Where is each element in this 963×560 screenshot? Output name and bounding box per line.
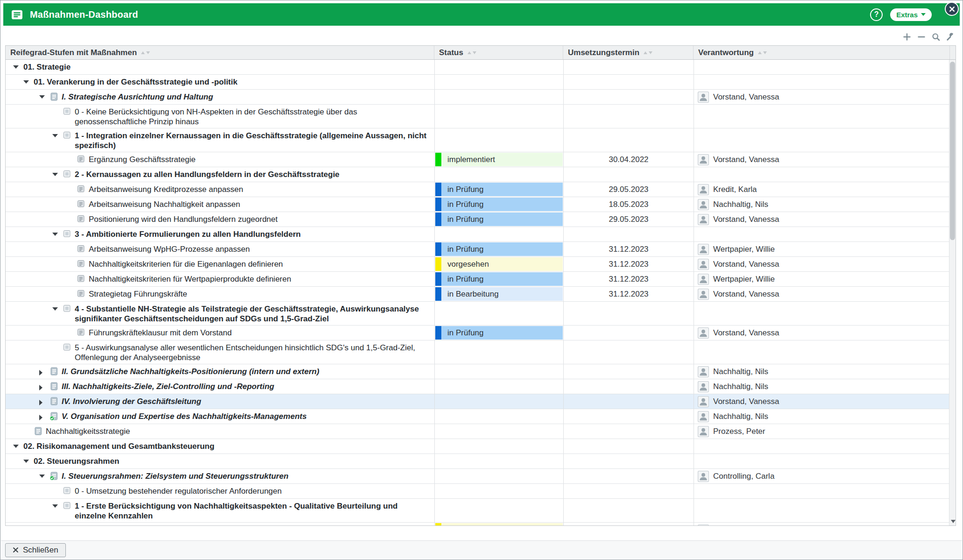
sort-icons[interactable] (467, 51, 476, 54)
scroll-down-icon[interactable] (951, 520, 956, 523)
expand-arrow[interactable] (52, 134, 63, 137)
close-button[interactable]: Schließen (5, 543, 66, 557)
sort-icons[interactable] (141, 51, 150, 54)
column-header-umsetzungstermin[interactable]: Umsetzungstermin (563, 46, 694, 59)
table-row[interactable]: Arbeitsanweisung Nachhaltigkeit anpassen… (6, 197, 950, 212)
expand-arrow[interactable] (39, 370, 50, 376)
avatar (698, 184, 709, 195)
due-date (563, 75, 694, 89)
sort-icons[interactable] (644, 51, 652, 54)
tree-cell: 0 - Keine Berücksichtigung von NH-Aspekt… (6, 105, 434, 128)
status-cell (434, 409, 563, 424)
owner-name: Vorstand, Vanessa (713, 328, 779, 338)
scrollbar-thumb[interactable] (950, 62, 955, 240)
table-row[interactable]: 01. Strategie (6, 60, 950, 75)
tree-cell: Führungskräfteklausur mit dem Vorstand (6, 326, 434, 340)
owner-cell: Wertpapier, Willie (694, 242, 950, 256)
expand-arrow[interactable] (13, 65, 23, 69)
table-row[interactable]: 5 - Auswirkungsanalyse aller wesentliche… (6, 340, 950, 364)
owner-cell: Nachhaltig, Nils (694, 379, 950, 394)
status-color-bar (435, 183, 441, 196)
table-row[interactable]: Nachhaltigkeitskriterien für die Eigenan… (6, 257, 950, 272)
table-row[interactable]: 0 - Keine Berücksichtigung von NH-Aspekt… (6, 105, 950, 128)
table-row[interactable]: 2 - Kernaussagen zu allen Handlungsfelde… (6, 167, 950, 182)
table-row[interactable]: Nachhaltigkeitskriterien für Wertpapierp… (6, 272, 950, 287)
expand-arrow[interactable] (39, 475, 50, 478)
measure-icon (77, 289, 89, 298)
status-cell: in Prüfung (434, 212, 563, 227)
wrench-icon[interactable] (946, 32, 955, 42)
due-date: 29.05.2023 (563, 212, 694, 227)
avatar (698, 381, 709, 392)
status-cell (434, 439, 563, 454)
owner-cell (694, 302, 950, 325)
table-header: Reifegrad-Stufen mit Maßnahmen Status Um… (6, 46, 956, 60)
status-cell (434, 340, 563, 364)
expand-arrow[interactable] (39, 95, 50, 99)
table-row[interactable]: V. Organisation und Expertise des Nachha… (6, 409, 950, 424)
table-row[interactable]: 0 - Umsetzung bestehender regulatorische… (6, 484, 950, 499)
status-cell: implementiert (434, 152, 563, 167)
window-close-button[interactable] (945, 2, 959, 16)
expand-arrow[interactable] (52, 504, 63, 508)
expand-arrow[interactable] (13, 445, 23, 448)
status-color-bar (435, 242, 441, 256)
table-row[interactable]: 1 - Integration einzelner Kernaussagen i… (6, 128, 950, 152)
expand-arrow[interactable] (52, 233, 63, 236)
expand-arrow[interactable] (52, 307, 63, 311)
owner-cell (694, 105, 950, 128)
table-row[interactable]: Benennung der ESG-Maßnahmen vorgesehen 3… (6, 523, 950, 525)
table-row[interactable]: Ergänzung Geschäftsstrategie implementie… (6, 152, 950, 167)
stage-icon (63, 343, 75, 352)
row-label: II. Grundsätzliche Nachhaltigkeits-Posit… (62, 364, 319, 378)
expand-arrow[interactable] (39, 400, 50, 405)
sort-icons[interactable] (758, 51, 767, 54)
table-row[interactable]: III. Nachhaltigkeits-Ziele, Ziel-Control… (6, 379, 950, 394)
column-header-reifegrad[interactable]: Reifegrad-Stufen mit Maßnahmen (6, 46, 434, 59)
help-button[interactable]: ? (870, 8, 883, 21)
expand-arrow[interactable] (39, 415, 50, 420)
row-label: Ergänzung Geschäftsstrategie (89, 152, 196, 166)
plus-icon[interactable] (902, 32, 912, 42)
table-row[interactable]: Arbeitsanweisung Kreditprozesse anpassen… (6, 182, 950, 197)
minus-icon[interactable] (917, 32, 926, 42)
table-row[interactable]: I. Steuerungsrahmen: Zielsystem und Steu… (6, 469, 950, 484)
table-row[interactable]: 01. Verankerung in der Geschäftsstrategi… (6, 75, 950, 90)
table-row[interactable]: Positionierung wird den Handlungsfeldern… (6, 212, 950, 227)
tree-cell: Benennung der ESG-Maßnahmen (6, 523, 434, 525)
tree-cell: IV. Involvierung der Geschäftsleitung (6, 394, 434, 409)
avatar (698, 244, 709, 255)
extras-button[interactable]: Extras (890, 8, 932, 21)
stage-icon (63, 170, 75, 178)
status-cell (434, 302, 563, 325)
expand-arrow[interactable] (39, 385, 50, 390)
avatar (698, 396, 709, 407)
table-row[interactable]: 02. Steuerungsrahmen (6, 454, 950, 469)
expand-arrow[interactable] (23, 460, 34, 463)
table-row[interactable]: Nachhaltigkeitsstrategie Prozess, Peter (6, 424, 950, 439)
column-header-verantwortung[interactable]: Verantwortung (694, 46, 950, 59)
table-row[interactable]: II. Grundsätzliche Nachhaltigkeits-Posit… (6, 364, 950, 379)
table-row[interactable]: 3 - Ambitionierte Formulierungen zu alle… (6, 227, 950, 242)
search-icon[interactable] (931, 32, 941, 42)
table-row[interactable]: 4 - Substantielle NH-Strategie als Teils… (6, 302, 950, 326)
due-date (563, 424, 694, 439)
table-row[interactable]: I. Strategische Ausrichtung und Haltung … (6, 90, 950, 105)
table-row[interactable]: 02. Risikomanagement und Gesamtbanksteue… (6, 439, 950, 454)
table-row[interactable]: Strategietag Führungskräfte in Bearbeitu… (6, 287, 950, 302)
measure-icon (77, 328, 89, 337)
expand-arrow[interactable] (23, 80, 34, 84)
column-header-status[interactable]: Status (434, 46, 563, 59)
table-row[interactable]: IV. Involvierung der Geschäftsleitung Vo… (6, 394, 950, 409)
status-color-bar (435, 326, 441, 340)
table-row[interactable]: 1 - Erste Berücksichtigung von Nachhalti… (6, 499, 950, 523)
table-row[interactable]: Arbeitsanweisung WpHG-Prozesse anpassen … (6, 242, 950, 257)
avatar (698, 411, 709, 422)
scrollbar[interactable] (949, 60, 956, 525)
owner-cell: Vorstand, Vanessa (694, 394, 950, 409)
sort-up-icon (758, 51, 762, 54)
owner-cell: Nachhaltig, Nils (694, 409, 950, 424)
table-row[interactable]: Führungskräfteklausur mit dem Vorstand i… (6, 326, 950, 340)
owner-cell (694, 128, 950, 152)
expand-arrow[interactable] (52, 173, 63, 176)
